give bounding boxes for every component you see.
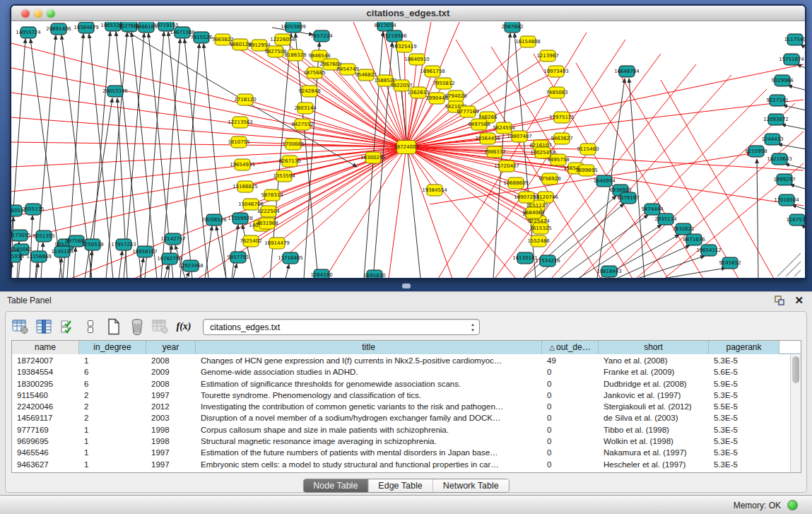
graph-node[interactable]: 15720407 <box>494 160 519 172</box>
graph-node[interactable]: 8813054 <box>374 22 396 31</box>
graph-node[interactable]: 15716485 <box>278 252 303 264</box>
graph-node[interactable]: 1264180 <box>310 269 332 279</box>
graph-node[interactable]: 5051355 <box>33 230 54 242</box>
table-row[interactable]: 977716911998Corpus callosum shape and si… <box>12 424 790 436</box>
new-table-icon[interactable] <box>105 318 123 335</box>
close-panel-icon[interactable]: ✕ <box>794 294 804 307</box>
graph-node[interactable]: 9756928 <box>539 173 560 185</box>
graph-node[interactable]: 9495758 <box>547 154 569 165</box>
graph-node[interactable]: 2055135 <box>22 204 44 215</box>
graph-node[interactable]: 16210643 <box>767 153 792 165</box>
graph-node[interactable]: 1244413 <box>761 134 783 145</box>
panel-splitter-handle[interactable] <box>402 284 411 288</box>
graph-node[interactable]: 9777169 <box>457 106 478 117</box>
graph-node[interactable]: 7932621 <box>672 223 694 235</box>
table-row[interactable]: 911546021997Tourette syndrome. Phenomeno… <box>12 390 790 401</box>
graph-node[interactable]: 9827508 <box>264 46 286 57</box>
table-row[interactable]: 1830029562008Estimation of significance … <box>12 378 790 390</box>
graph-node[interactable]: 4831968 <box>256 218 278 229</box>
column-visibility-icon[interactable] <box>35 318 53 335</box>
graph-node[interactable]: 6379197 <box>617 192 639 204</box>
graph-node[interactable]: 1695810 <box>363 270 385 279</box>
graph-node[interactable]: 7485063 <box>546 87 567 98</box>
table-row[interactable]: 2242004622012Investigating the contribut… <box>12 401 790 412</box>
graph-node[interactable]: 9857791 <box>227 252 249 263</box>
graph-node[interactable]: 7625402 <box>240 235 261 247</box>
select-all-icon[interactable] <box>58 318 76 335</box>
graph-node[interactable]: 12093872 <box>763 114 789 125</box>
graph-node[interactable]: 1810755 <box>228 136 249 148</box>
graph-node[interactable]: 16961758 <box>420 66 445 77</box>
graph-node[interactable]: 1117549 <box>784 34 805 45</box>
graph-node[interactable]: 16154808 <box>515 36 541 47</box>
graph-node[interactable]: 10973493 <box>543 66 569 77</box>
graph-node[interactable]: 1167534 <box>786 214 805 226</box>
table-row[interactable]: 1456911722003Disruption of a novel membe… <box>12 412 790 424</box>
graph-node[interactable]: 15751874 <box>779 54 804 65</box>
graph-node[interactable]: 1173055 <box>11 230 31 241</box>
column-header-out_degree[interactable]: △out_de… <box>542 341 599 354</box>
graph-node[interactable]: 18384679 <box>73 22 99 33</box>
graph-node[interactable]: 12226058 <box>270 34 295 45</box>
graph-node[interactable]: 1875685 <box>303 67 325 78</box>
graph-node[interactable]: 10818443 <box>596 266 622 277</box>
graph-node[interactable]: 9115460 <box>577 144 599 155</box>
graph-node[interactable]: 5878314 <box>261 189 283 201</box>
column-header-title[interactable]: title <box>196 341 542 354</box>
table-row[interactable]: 1872400712008Changes of HCN gene express… <box>12 355 790 366</box>
table-row[interactable]: 946554611997Estimation of the future num… <box>12 447 790 458</box>
graph-node[interactable]: 6497568 <box>468 119 490 130</box>
graph-node[interactable]: 17016504 <box>774 194 799 206</box>
tab-edge-table[interactable]: Edge Table <box>368 479 433 492</box>
graph-node[interactable]: 8215958 <box>745 146 767 157</box>
graph-node[interactable]: 16053809 <box>281 22 306 33</box>
graph-node[interactable]: 19654933 <box>230 159 255 170</box>
graph-node[interactable]: 1213967 <box>536 50 558 62</box>
graph-node[interactable]: 9699695 <box>575 165 597 176</box>
graph-node[interactable]: 9227341 <box>766 95 788 106</box>
graph-node[interactable]: 18325419 <box>392 41 417 52</box>
graph-node[interactable]: 2935114 <box>654 214 677 225</box>
graph-node[interactable]: 7815526 <box>190 32 213 43</box>
graph-node[interactable]: 6794028 <box>445 90 466 102</box>
table-row[interactable]: 969969511998Structural magnetic resonanc… <box>12 436 790 447</box>
graph-node[interactable]: 8267130 <box>278 156 300 167</box>
tab-network-table[interactable]: Network Table <box>433 479 509 492</box>
graph-node[interactable]: 1615325 <box>529 223 551 234</box>
vertical-scrollbar[interactable] <box>790 355 801 472</box>
graph-node[interactable]: 16648784 <box>614 66 640 77</box>
graph-node[interactable]: 7857224 <box>310 30 333 42</box>
graph-node[interactable]: 8471676 <box>683 234 705 245</box>
graph-node[interactable]: 7955812 <box>433 78 454 89</box>
graph-node[interactable]: 1700665 <box>282 139 304 150</box>
table-row[interactable]: 946362711997Embryonic stem cells: a mode… <box>12 459 790 470</box>
graph-node[interactable]: 15218586 <box>382 30 407 42</box>
graph-node[interactable]: 16914479 <box>264 238 290 249</box>
graph-node[interactable]: 15166825 <box>233 181 258 192</box>
graph-node[interactable]: 9463627 <box>551 133 572 144</box>
column-header-name[interactable]: name <box>12 341 79 354</box>
table-row[interactable]: 1938455462009Genome-wide association stu… <box>12 366 790 378</box>
graph-node[interactable]: 2087682 <box>501 22 523 33</box>
graph-node[interactable]: 8186328 <box>284 49 306 61</box>
network-window-titlebar[interactable]: citations_edges.txt <box>11 6 805 21</box>
delete-table-icon[interactable] <box>128 318 146 335</box>
graph-node[interactable]: 9245652 <box>719 257 741 269</box>
column-header-in_degree[interactable]: in_degree <box>79 341 146 354</box>
graph-node[interactable]: 18640910 <box>404 54 430 65</box>
graph-node[interactable]: 9684067 <box>522 207 544 218</box>
graph-node[interactable]: 1999297 <box>773 174 795 185</box>
graph-node[interactable]: 20891406 <box>46 23 71 35</box>
float-panel-icon[interactable] <box>774 295 785 306</box>
graph-node[interactable]: 10688609 <box>503 177 529 189</box>
graph-node[interactable]: 8427552 <box>291 119 313 130</box>
network-canvas[interactable]: 1405572420891406183846791065328715276028… <box>11 22 805 278</box>
function-builder-icon[interactable]: f(x) <box>175 318 193 335</box>
column-header-pagerank[interactable]: pagerank <box>709 341 779 354</box>
graph-node[interactable]: 9329966 <box>771 75 794 86</box>
graph-node[interactable]: 14055724 <box>16 27 41 38</box>
tab-node-table[interactable]: Node Table <box>303 479 368 492</box>
network-view-window[interactable]: citations_edges.txt 14055724208914061838… <box>10 4 806 279</box>
graph-node[interactable]: 19384554 <box>422 185 447 196</box>
row-height-icon[interactable] <box>81 318 100 335</box>
